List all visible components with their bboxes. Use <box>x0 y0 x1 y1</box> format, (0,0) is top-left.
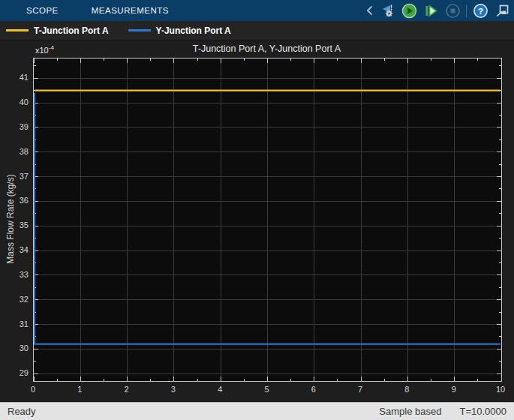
tick-label: 35 <box>0 220 29 230</box>
tab-scope[interactable]: SCOPE <box>26 6 59 15</box>
legend-label: Y-Junction Port A <box>156 26 231 36</box>
tick-label: 33 <box>0 270 29 279</box>
legend-item[interactable]: Y-Junction Port A <box>128 26 231 36</box>
help-button-icon[interactable]: ? <box>472 2 488 20</box>
tick-label: 32 <box>0 295 29 304</box>
simulation-settings-icon[interactable] <box>379 2 395 20</box>
toolstrip: SCOPE MEASUREMENTS <box>0 0 514 21</box>
status-bar: Ready Sample based T=10.0000 <box>0 402 514 420</box>
step-forward-button-icon[interactable] <box>422 2 439 20</box>
tick-label: 30 <box>0 344 29 352</box>
series-lines <box>34 58 501 381</box>
stop-button-icon[interactable] <box>444 2 461 20</box>
tick-label: 38 <box>0 147 29 156</box>
toolbar-divider <box>466 4 467 17</box>
tick-label: 40 <box>0 98 29 106</box>
tick-label: 3 <box>158 385 188 394</box>
tick-label: 37 <box>0 172 29 181</box>
tick-label: 4 <box>205 385 235 394</box>
sample-mode-text: Sample based <box>379 406 441 417</box>
help-glyph: ? <box>477 6 482 15</box>
dock-window-icon[interactable] <box>494 2 510 20</box>
sim-time-text: T=10.0000 <box>459 406 506 417</box>
tick-label: 10 <box>485 385 514 394</box>
tab-measurements[interactable]: MEASUREMENTS <box>92 6 169 15</box>
tick-label: 6 <box>299 385 329 394</box>
tick-label: 2 <box>112 385 142 394</box>
legend-line-sample <box>6 29 29 32</box>
tick-label: 31 <box>0 320 29 328</box>
status-text: Ready <box>8 406 379 417</box>
tick-label: 1 <box>65 385 95 394</box>
tick-label: 29 <box>0 368 29 377</box>
tick-label: 34 <box>0 245 29 254</box>
series-line <box>35 93 500 344</box>
plot-area[interactable] <box>33 58 502 382</box>
chart-region: T-Junction Port A, Y-Junction Port A x10… <box>0 40 514 402</box>
collapse-toolstrip-icon[interactable] <box>365 2 374 20</box>
legend-line-sample <box>128 29 151 32</box>
chart-title: T-Junction Port A, Y-Junction Port A <box>33 44 500 54</box>
tick-label: 36 <box>0 196 29 205</box>
tick-label: 9 <box>439 385 469 394</box>
legend-bar: T-Junction Port AY-Junction Port A <box>0 21 514 40</box>
legend-label: T-Junction Port A <box>34 26 109 36</box>
tick-label: 5 <box>252 385 282 394</box>
tick-label: 7 <box>345 385 375 394</box>
legend-item[interactable]: T-Junction Port A <box>6 26 109 36</box>
simulation-toolbar: ? <box>365 0 510 21</box>
y-axis-exponent: x10-4 <box>35 44 54 55</box>
tick-label: 41 <box>0 73 29 82</box>
tick-label: 8 <box>392 385 422 394</box>
tick-label: 39 <box>0 122 29 131</box>
run-button-icon[interactable] <box>401 2 417 20</box>
tick-label: 0 <box>18 385 48 394</box>
